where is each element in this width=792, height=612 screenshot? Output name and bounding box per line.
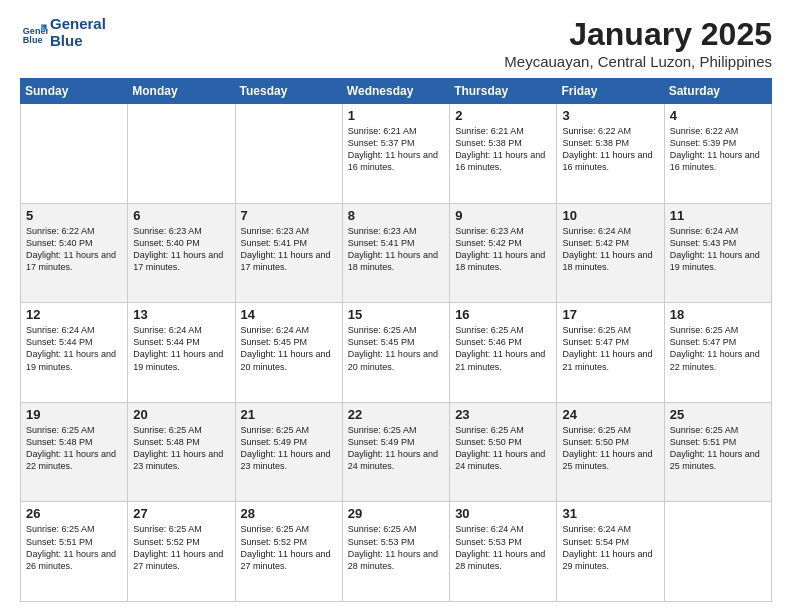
calendar-cell: 7Sunrise: 6:23 AM Sunset: 5:41 PM Daylig… [235,203,342,303]
calendar-cell: 4Sunrise: 6:22 AM Sunset: 5:39 PM Daylig… [664,104,771,204]
day-info: Sunrise: 6:22 AM Sunset: 5:39 PM Dayligh… [670,125,766,174]
day-info: Sunrise: 6:23 AM Sunset: 5:42 PM Dayligh… [455,225,551,274]
day-info: Sunrise: 6:21 AM Sunset: 5:37 PM Dayligh… [348,125,444,174]
day-number: 24 [562,407,658,422]
day-info: Sunrise: 6:23 AM Sunset: 5:41 PM Dayligh… [241,225,337,274]
day-number: 9 [455,208,551,223]
day-info: Sunrise: 6:24 AM Sunset: 5:53 PM Dayligh… [455,523,551,572]
day-info: Sunrise: 6:25 AM Sunset: 5:50 PM Dayligh… [455,424,551,473]
weekday-header: Friday [557,79,664,104]
weekday-header: Sunday [21,79,128,104]
day-info: Sunrise: 6:23 AM Sunset: 5:41 PM Dayligh… [348,225,444,274]
calendar-cell: 5Sunrise: 6:22 AM Sunset: 5:40 PM Daylig… [21,203,128,303]
calendar-cell: 12Sunrise: 6:24 AM Sunset: 5:44 PM Dayli… [21,303,128,403]
calendar-cell: 1Sunrise: 6:21 AM Sunset: 5:37 PM Daylig… [342,104,449,204]
day-number: 27 [133,506,229,521]
day-info: Sunrise: 6:24 AM Sunset: 5:42 PM Dayligh… [562,225,658,274]
day-number: 11 [670,208,766,223]
calendar-cell: 2Sunrise: 6:21 AM Sunset: 5:38 PM Daylig… [450,104,557,204]
day-number: 18 [670,307,766,322]
day-number: 14 [241,307,337,322]
calendar-week-row: 12Sunrise: 6:24 AM Sunset: 5:44 PM Dayli… [21,303,772,403]
logo: General Blue General Blue [20,16,106,49]
calendar-cell: 24Sunrise: 6:25 AM Sunset: 5:50 PM Dayli… [557,402,664,502]
calendar-cell: 14Sunrise: 6:24 AM Sunset: 5:45 PM Dayli… [235,303,342,403]
calendar-cell [664,502,771,602]
day-info: Sunrise: 6:25 AM Sunset: 5:49 PM Dayligh… [241,424,337,473]
day-number: 28 [241,506,337,521]
day-info: Sunrise: 6:25 AM Sunset: 5:47 PM Dayligh… [562,324,658,373]
logo-text-line2: Blue [50,33,106,50]
day-number: 25 [670,407,766,422]
weekday-header: Tuesday [235,79,342,104]
calendar-week-row: 1Sunrise: 6:21 AM Sunset: 5:37 PM Daylig… [21,104,772,204]
calendar-cell: 17Sunrise: 6:25 AM Sunset: 5:47 PM Dayli… [557,303,664,403]
day-info: Sunrise: 6:25 AM Sunset: 5:52 PM Dayligh… [133,523,229,572]
calendar-cell: 8Sunrise: 6:23 AM Sunset: 5:41 PM Daylig… [342,203,449,303]
calendar-cell: 11Sunrise: 6:24 AM Sunset: 5:43 PM Dayli… [664,203,771,303]
calendar-cell: 10Sunrise: 6:24 AM Sunset: 5:42 PM Dayli… [557,203,664,303]
day-number: 12 [26,307,122,322]
day-number: 3 [562,108,658,123]
calendar-cell: 21Sunrise: 6:25 AM Sunset: 5:49 PM Dayli… [235,402,342,502]
day-info: Sunrise: 6:25 AM Sunset: 5:48 PM Dayligh… [133,424,229,473]
day-number: 19 [26,407,122,422]
day-info: Sunrise: 6:25 AM Sunset: 5:51 PM Dayligh… [670,424,766,473]
calendar-cell: 23Sunrise: 6:25 AM Sunset: 5:50 PM Dayli… [450,402,557,502]
calendar-cell: 26Sunrise: 6:25 AM Sunset: 5:51 PM Dayli… [21,502,128,602]
day-number: 8 [348,208,444,223]
calendar-week-row: 19Sunrise: 6:25 AM Sunset: 5:48 PM Dayli… [21,402,772,502]
day-number: 22 [348,407,444,422]
calendar-cell: 19Sunrise: 6:25 AM Sunset: 5:48 PM Dayli… [21,402,128,502]
weekday-header: Thursday [450,79,557,104]
day-info: Sunrise: 6:24 AM Sunset: 5:44 PM Dayligh… [133,324,229,373]
day-number: 23 [455,407,551,422]
title-area: January 2025 Meycauayan, Central Luzon, … [504,16,772,70]
calendar-cell: 3Sunrise: 6:22 AM Sunset: 5:38 PM Daylig… [557,104,664,204]
day-info: Sunrise: 6:25 AM Sunset: 5:46 PM Dayligh… [455,324,551,373]
day-number: 5 [26,208,122,223]
calendar-cell: 18Sunrise: 6:25 AM Sunset: 5:47 PM Dayli… [664,303,771,403]
day-info: Sunrise: 6:22 AM Sunset: 5:38 PM Dayligh… [562,125,658,174]
calendar-week-row: 5Sunrise: 6:22 AM Sunset: 5:40 PM Daylig… [21,203,772,303]
day-info: Sunrise: 6:25 AM Sunset: 5:52 PM Dayligh… [241,523,337,572]
day-number: 13 [133,307,229,322]
day-info: Sunrise: 6:25 AM Sunset: 5:51 PM Dayligh… [26,523,122,572]
calendar-cell [21,104,128,204]
day-number: 1 [348,108,444,123]
calendar-table: SundayMondayTuesdayWednesdayThursdayFrid… [20,78,772,602]
day-number: 7 [241,208,337,223]
calendar-cell: 31Sunrise: 6:24 AM Sunset: 5:54 PM Dayli… [557,502,664,602]
day-number: 30 [455,506,551,521]
calendar-week-row: 26Sunrise: 6:25 AM Sunset: 5:51 PM Dayli… [21,502,772,602]
calendar-cell: 27Sunrise: 6:25 AM Sunset: 5:52 PM Dayli… [128,502,235,602]
day-number: 10 [562,208,658,223]
day-number: 4 [670,108,766,123]
day-info: Sunrise: 6:21 AM Sunset: 5:38 PM Dayligh… [455,125,551,174]
day-number: 31 [562,506,658,521]
day-info: Sunrise: 6:25 AM Sunset: 5:53 PM Dayligh… [348,523,444,572]
weekday-header: Saturday [664,79,771,104]
day-number: 6 [133,208,229,223]
calendar-cell: 13Sunrise: 6:24 AM Sunset: 5:44 PM Dayli… [128,303,235,403]
calendar-cell: 20Sunrise: 6:25 AM Sunset: 5:48 PM Dayli… [128,402,235,502]
day-info: Sunrise: 6:24 AM Sunset: 5:54 PM Dayligh… [562,523,658,572]
day-info: Sunrise: 6:25 AM Sunset: 5:49 PM Dayligh… [348,424,444,473]
day-number: 21 [241,407,337,422]
location-title: Meycauayan, Central Luzon, Philippines [504,53,772,70]
svg-text:Blue: Blue [23,34,43,44]
calendar-cell: 15Sunrise: 6:25 AM Sunset: 5:45 PM Dayli… [342,303,449,403]
day-number: 26 [26,506,122,521]
calendar-cell: 6Sunrise: 6:23 AM Sunset: 5:40 PM Daylig… [128,203,235,303]
calendar-header-row: SundayMondayTuesdayWednesdayThursdayFrid… [21,79,772,104]
day-info: Sunrise: 6:23 AM Sunset: 5:40 PM Dayligh… [133,225,229,274]
day-info: Sunrise: 6:24 AM Sunset: 5:43 PM Dayligh… [670,225,766,274]
day-info: Sunrise: 6:25 AM Sunset: 5:48 PM Dayligh… [26,424,122,473]
logo-icon: General Blue [20,19,48,47]
calendar-cell [128,104,235,204]
calendar-cell: 22Sunrise: 6:25 AM Sunset: 5:49 PM Dayli… [342,402,449,502]
day-number: 20 [133,407,229,422]
day-number: 15 [348,307,444,322]
day-info: Sunrise: 6:22 AM Sunset: 5:40 PM Dayligh… [26,225,122,274]
calendar-cell: 28Sunrise: 6:25 AM Sunset: 5:52 PM Dayli… [235,502,342,602]
